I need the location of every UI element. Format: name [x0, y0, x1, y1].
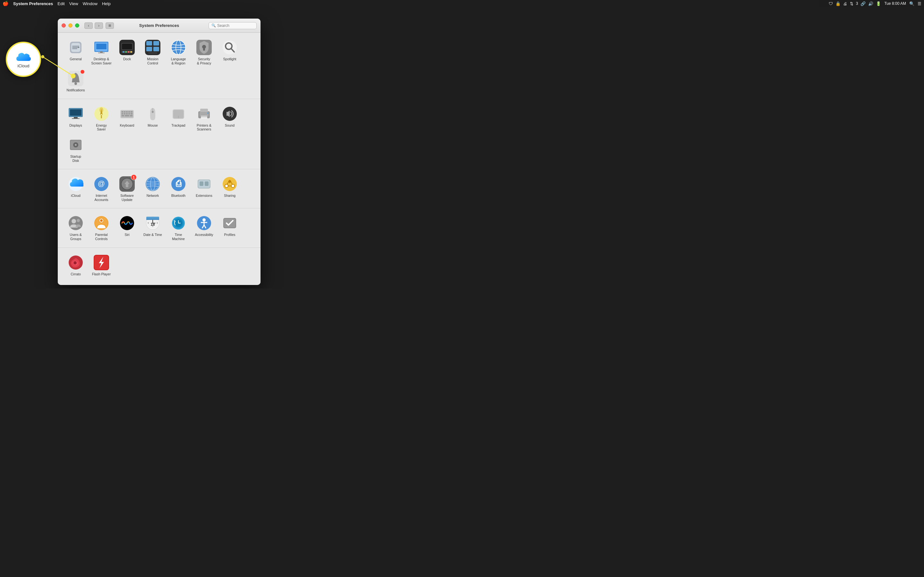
- parental-icon-container: [93, 215, 110, 231]
- cirrato-icon-container: [67, 254, 84, 271]
- pref-extensions[interactable]: Extensions: [191, 173, 217, 204]
- svg-rect-32: [203, 48, 205, 51]
- trackpad-label: Trackpad: [171, 123, 185, 127]
- internet-label: InternetAccounts: [94, 193, 108, 201]
- pref-language[interactable]: Language& Region: [166, 37, 191, 68]
- svg-rect-70: [201, 116, 207, 117]
- flashplayer-icon: [94, 255, 109, 270]
- pref-users[interactable]: Users &Groups: [63, 212, 89, 243]
- svg-rect-93: [205, 181, 208, 186]
- menu-help[interactable]: Help: [102, 1, 111, 6]
- bluetooth-icon-container: ⎙: [170, 176, 187, 192]
- pref-security[interactable]: Security& Privacy: [191, 37, 217, 68]
- energy-icon: [94, 106, 109, 121]
- security-icon: [196, 40, 212, 55]
- pref-desktop[interactable]: Desktop &Screen Saver: [89, 37, 114, 68]
- pref-dock[interactable]: Dock: [114, 37, 140, 68]
- pref-spotlight[interactable]: Spotlight: [217, 37, 242, 68]
- general-icon: [68, 40, 83, 55]
- svg-point-125: [202, 218, 206, 221]
- profiles-icon: [222, 215, 237, 231]
- section-system: Users &Groups: [58, 208, 260, 247]
- pref-internet[interactable]: @ InternetAccounts: [89, 173, 114, 204]
- pref-keyboard[interactable]: Keyboard: [114, 103, 140, 134]
- pref-bluetooth[interactable]: ⎙ Bluetooth: [166, 173, 191, 204]
- system-preferences-window: ‹ › ⊞ System Preferences 🔍: [58, 19, 260, 285]
- svg-rect-60: [125, 115, 129, 116]
- pref-displays[interactable]: Displays: [63, 103, 89, 134]
- security-icon-container: [196, 39, 212, 56]
- section-personal: General: [58, 33, 260, 99]
- menu-window[interactable]: Window: [83, 1, 97, 6]
- pref-siri[interactable]: Siri: [114, 212, 140, 243]
- forward-button[interactable]: ›: [95, 23, 103, 29]
- svg-rect-58: [131, 113, 132, 114]
- pref-parental[interactable]: ParentalControls: [89, 212, 114, 243]
- keyboard-icon: [120, 106, 135, 121]
- svg-text:18: 18: [150, 222, 155, 227]
- pref-profiles[interactable]: Profiles: [217, 212, 242, 243]
- pref-datetime[interactable]: 12 6 9 3: [140, 212, 166, 243]
- svg-rect-61: [130, 115, 132, 116]
- search-input[interactable]: [217, 23, 254, 28]
- language-icon-container: [170, 39, 187, 56]
- svg-rect-24: [153, 47, 159, 51]
- displays-label: Displays: [69, 123, 82, 127]
- accessibility-icon: [196, 215, 212, 231]
- pref-sharing[interactable]: Sharing: [217, 173, 242, 204]
- pref-icloud[interactable]: iCloud: [63, 173, 89, 204]
- svg-rect-40: [70, 109, 81, 116]
- users-icon-container: [67, 215, 84, 231]
- language-label: Language& Region: [171, 57, 186, 65]
- pref-software[interactable]: 1 SoftwareUpdate: [114, 173, 140, 204]
- back-button[interactable]: ‹: [84, 23, 93, 29]
- timemachine-icon: [171, 215, 186, 231]
- pref-energy[interactable]: EnergySaver: [89, 103, 114, 134]
- internet-icon: @: [94, 176, 109, 192]
- internet-grid: iCloud @ InternetAccounts: [63, 173, 255, 204]
- search-bar[interactable]: 🔍: [208, 22, 257, 29]
- svg-point-133: [73, 261, 77, 264]
- minimize-button[interactable]: [68, 23, 73, 27]
- icloud-circle: iCloud: [6, 42, 41, 77]
- app-name[interactable]: System Preferences: [13, 1, 53, 6]
- pref-mission[interactable]: MissionControl: [140, 37, 166, 68]
- internet-icon-container: @: [93, 176, 110, 192]
- sound-label: Sound: [225, 123, 234, 127]
- flashplayer-icon-container: [93, 254, 110, 271]
- svg-rect-50: [124, 111, 126, 113]
- traffic-lights: [61, 23, 79, 27]
- menu-edit[interactable]: Edit: [57, 1, 65, 6]
- svg-rect-69: [200, 109, 208, 112]
- mouse-label: Mouse: [148, 123, 158, 127]
- pref-network[interactable]: Network: [140, 173, 166, 204]
- network-icon-container: [144, 176, 161, 192]
- svg-rect-52: [128, 111, 130, 113]
- maximize-button[interactable]: [75, 23, 79, 27]
- close-button[interactable]: [61, 23, 66, 27]
- pref-trackpad[interactable]: Trackpad: [166, 103, 191, 134]
- pref-timemachine[interactable]: TimeMachine: [166, 212, 191, 243]
- pref-sound[interactable]: Sound: [217, 103, 242, 134]
- dock-icon: [120, 40, 135, 55]
- profiles-icon-container: [221, 215, 238, 231]
- svg-point-103: [77, 219, 80, 222]
- pref-cirrato[interactable]: Cirrato: [63, 251, 89, 279]
- cirrato-icon: [68, 255, 83, 270]
- menu-view[interactable]: View: [69, 1, 78, 6]
- grid-view-button[interactable]: ⊞: [105, 23, 114, 29]
- hardware-grid: Displays EnergySaver: [63, 103, 255, 165]
- pref-flashplayer[interactable]: Flash Player: [89, 251, 114, 279]
- svg-rect-22: [153, 41, 159, 45]
- apple-menu[interactable]: 🍎: [3, 1, 9, 6]
- pref-mouse[interactable]: Mouse: [140, 103, 166, 134]
- svg-rect-10: [100, 51, 103, 53]
- mouse-icon: [145, 106, 160, 121]
- pref-printers[interactable]: Printers &Scanners: [191, 103, 217, 134]
- spotlight-label: Spotlight: [223, 57, 236, 61]
- pref-accessibility[interactable]: Accessibility: [191, 212, 217, 243]
- pref-startup[interactable]: StartupDisk: [63, 134, 89, 165]
- desktop-icon: [94, 40, 109, 55]
- keyboard-icon-container: [119, 105, 136, 122]
- language-icon: [171, 40, 186, 55]
